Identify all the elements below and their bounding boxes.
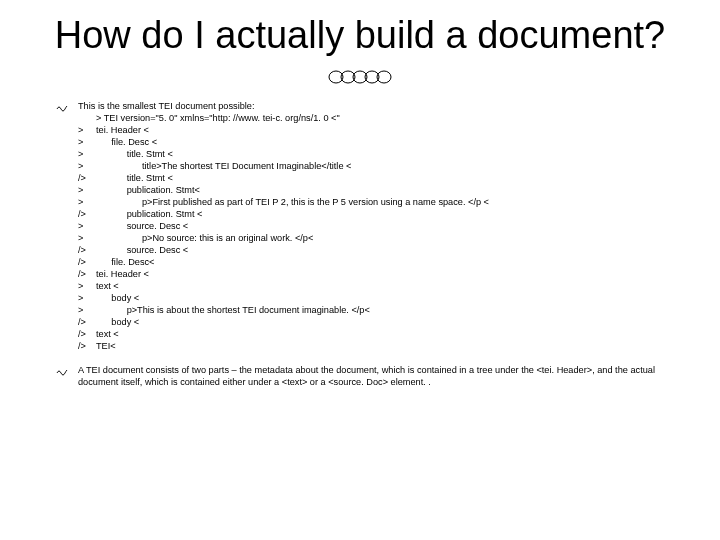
code-line-text: tei. Header <	[96, 125, 149, 135]
code-line-text: publication. Stmt <	[96, 209, 202, 219]
code-line-text: body <	[96, 317, 139, 327]
code-line-marker: >	[78, 124, 96, 136]
code-line-marker: />	[78, 268, 96, 280]
code-line: > TEI version="5. 0" xmlns="http: //www.…	[78, 112, 664, 124]
loops-icon	[320, 68, 400, 86]
code-line: > p>This is about the shortest TEI docum…	[78, 304, 664, 316]
code-line-text: file. Desc <	[96, 137, 157, 147]
code-line: > p>First published as part of TEI P 2, …	[78, 196, 664, 208]
code-line: /> publication. Stmt <	[78, 208, 664, 220]
code-line-marker: />	[78, 316, 96, 328]
code-intro: This is the smallest TEI document possib…	[78, 100, 664, 112]
code-line: > body <	[78, 292, 664, 304]
code-line: > title. Stmt <	[78, 148, 664, 160]
code-line: /> file. Desc<	[78, 256, 664, 268]
ornament-divider	[0, 68, 720, 92]
code-line-marker: >	[78, 136, 96, 148]
code-lines: > TEI version="5. 0" xmlns="http: //www.…	[78, 112, 664, 352]
code-line-text: title>The shortest TEI Document Imaginab…	[96, 161, 351, 171]
code-line-marker: >	[78, 160, 96, 172]
code-line: >text <	[78, 280, 664, 292]
code-line-text: p>No source: this is an original work. <…	[96, 233, 313, 243]
code-line-marker: >	[78, 184, 96, 196]
bullet-item-1: This is the smallest TEI document possib…	[56, 100, 664, 352]
code-line-text: file. Desc<	[96, 257, 154, 267]
code-line-marker: />	[78, 328, 96, 340]
code-line: > title>The shortest TEI Document Imagin…	[78, 160, 664, 172]
code-line-marker: >	[78, 292, 96, 304]
code-line-marker: />	[78, 256, 96, 268]
code-line-marker: >	[78, 196, 96, 208]
bullet-icon	[56, 100, 78, 115]
code-line-marker: >	[78, 304, 96, 316]
code-line: />TEI<	[78, 340, 664, 352]
code-line-marker: >	[78, 280, 96, 292]
code-line: /> body <	[78, 316, 664, 328]
code-line-text: > TEI version="5. 0" xmlns="http: //www.…	[96, 113, 340, 123]
code-line-text: p>This is about the shortest TEI documen…	[96, 305, 370, 315]
code-line: > source. Desc <	[78, 220, 664, 232]
code-line: />text <	[78, 328, 664, 340]
code-line: > publication. Stmt<	[78, 184, 664, 196]
code-line-text: TEI<	[96, 341, 116, 351]
slide-body: This is the smallest TEI document possib…	[0, 100, 720, 388]
script-bullet-icon	[56, 365, 68, 377]
code-line-text: source. Desc <	[96, 245, 188, 255]
code-line-marker: >	[78, 232, 96, 244]
code-line-marker: >	[78, 148, 96, 160]
code-line-text: publication. Stmt<	[96, 185, 200, 195]
paragraph-text: A TEI document consists of two parts – t…	[78, 364, 664, 388]
code-line-text: p>First published as part of TEI P 2, th…	[96, 197, 489, 207]
bullet-item-2: A TEI document consists of two parts – t…	[56, 364, 664, 388]
code-line: /> title. Stmt <	[78, 172, 664, 184]
code-line: >tei. Header <	[78, 124, 664, 136]
slide: How do I actually build a document? This…	[0, 0, 720, 540]
code-line-text: tei. Header <	[96, 269, 149, 279]
code-line: > file. Desc <	[78, 136, 664, 148]
code-line-text: body <	[96, 293, 139, 303]
code-block: This is the smallest TEI document possib…	[78, 100, 664, 352]
code-line-marker: />	[78, 340, 96, 352]
code-line: > p>No source: this is an original work.…	[78, 232, 664, 244]
bullet-icon	[56, 364, 78, 379]
code-line-text: source. Desc <	[96, 221, 188, 231]
script-bullet-icon	[56, 101, 68, 113]
code-line-marker: />	[78, 208, 96, 220]
code-line: />tei. Header <	[78, 268, 664, 280]
code-line-marker: >	[78, 220, 96, 232]
slide-title: How do I actually build a document?	[0, 0, 720, 62]
code-line-text: text <	[96, 281, 119, 291]
code-line-marker: />	[78, 244, 96, 256]
code-line-text: title. Stmt <	[96, 149, 173, 159]
code-line-marker: />	[78, 172, 96, 184]
code-line: /> source. Desc <	[78, 244, 664, 256]
code-line-text: text <	[96, 329, 119, 339]
code-line-text: title. Stmt <	[96, 173, 173, 183]
